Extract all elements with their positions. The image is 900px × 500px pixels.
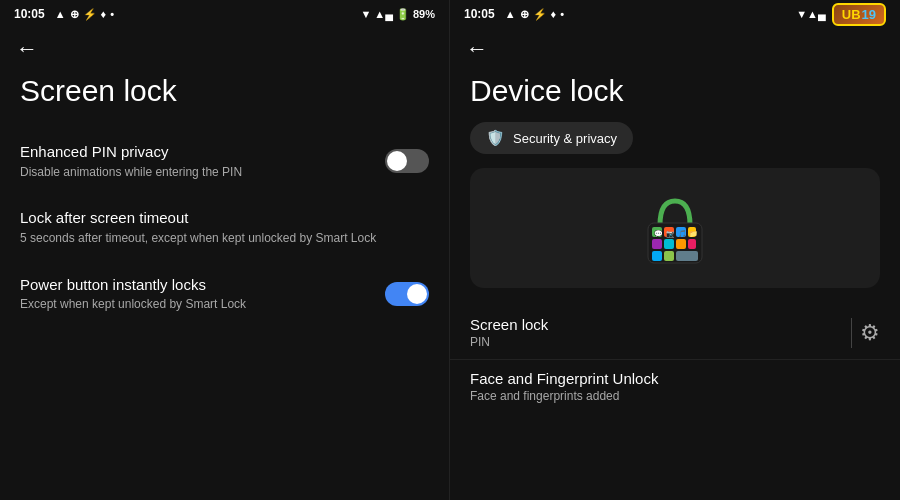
right-status-bar: 10:05 ▲ ⊕ ⚡ ♦ • ▼▲▄ UB19	[450, 0, 900, 28]
right-signal: ▼▲▄	[796, 8, 826, 20]
enhanced-pin-title: Enhanced PIN privacy	[20, 142, 373, 162]
right-panel: 10:05 ▲ ⊕ ⚡ ♦ • ▼▲▄ UB19 ← Device lock 🛡…	[450, 0, 900, 500]
right-status-left: 10:05 ▲ ⊕ ⚡ ♦ •	[464, 7, 564, 21]
power-button-text: Power button instantly locks Except when…	[20, 275, 373, 313]
shield-icon: 🛡️	[486, 129, 505, 147]
svg-rect-11	[676, 251, 698, 261]
right-wifi-icon: ⊕	[520, 8, 529, 21]
gear-icon[interactable]: ⚙	[860, 320, 880, 346]
left-bolt-icon: ⚡	[83, 8, 97, 21]
left-status-right: ▼ ▲▄ 🔋 89%	[360, 8, 435, 21]
power-button-item[interactable]: Power button instantly locks Except when…	[0, 261, 449, 327]
left-wifi-icon: ⊕	[70, 8, 79, 21]
lock-timeout-text: Lock after screen timeout 5 seconds afte…	[20, 208, 429, 246]
face-fingerprint-text: Face and Fingerprint Unlock Face and fin…	[470, 370, 880, 403]
screen-lock-row[interactable]: Screen lock PIN ⚙	[450, 306, 900, 359]
left-location-icon: ♦	[101, 8, 107, 20]
one9-text: 19	[862, 7, 876, 22]
enhanced-pin-toggle-knob	[387, 151, 407, 171]
vertical-divider	[851, 318, 852, 348]
left-back-button[interactable]: ←	[0, 28, 449, 66]
screen-lock-text: Screen lock PIN	[470, 316, 843, 349]
svg-text:📷: 📷	[666, 229, 675, 238]
settings-list: Enhanced PIN privacy Disable animations …	[0, 128, 449, 500]
enhanced-pin-text: Enhanced PIN privacy Disable animations …	[20, 142, 373, 180]
enhanced-pin-toggle[interactable]	[385, 149, 429, 173]
lock-timeout-subtitle: 5 seconds after timeout, except when kep…	[20, 230, 429, 247]
right-back-arrow: ←	[466, 36, 488, 61]
screen-lock-actions: ⚙	[843, 318, 880, 348]
security-privacy-label: Security & privacy	[513, 131, 617, 146]
left-status-bar: 10:05 ▲ ⊕ ⚡ ♦ • ▼ ▲▄ 🔋 89%	[0, 0, 449, 28]
left-battery-pct: 89%	[413, 8, 435, 20]
svg-rect-6	[664, 239, 674, 249]
right-bolt-icon: ⚡	[533, 8, 547, 21]
right-warn-icon: ▲	[505, 8, 516, 20]
left-status-left: 10:05 ▲ ⊕ ⚡ ♦ •	[14, 7, 114, 21]
face-fingerprint-label: Face and Fingerprint Unlock	[470, 370, 880, 387]
right-location-icon: ♦	[551, 8, 557, 20]
left-time: 10:05	[14, 7, 45, 21]
device-lock-title: Device lock	[450, 66, 900, 122]
right-time: 10:05	[464, 7, 495, 21]
screen-lock-value: PIN	[470, 335, 843, 349]
lock-svg-illustration: 💬 📷 🎵 📁	[630, 183, 720, 273]
lock-timeout-title: Lock after screen timeout	[20, 208, 429, 228]
svg-text:📁: 📁	[689, 229, 698, 238]
power-button-toggle-knob	[407, 284, 427, 304]
left-dot-icon: •	[110, 8, 114, 20]
left-page-title: Screen lock	[0, 66, 449, 128]
svg-rect-9	[652, 251, 662, 261]
left-warn-icon: ▲	[55, 8, 66, 20]
svg-text:💬: 💬	[654, 229, 663, 238]
power-button-title: Power button instantly locks	[20, 275, 373, 295]
svg-rect-7	[676, 239, 686, 249]
left-battery-icon: 🔋	[396, 8, 410, 21]
left-signal-icon: ▼	[360, 8, 371, 20]
lock-illustration-card: 💬 📷 🎵 📁	[470, 168, 880, 288]
svg-rect-5	[652, 239, 662, 249]
left-network-icon: ▲▄	[374, 8, 393, 20]
face-fingerprint-row[interactable]: Face and Fingerprint Unlock Face and fin…	[450, 359, 900, 413]
right-dot-icon: •	[560, 8, 564, 20]
ub19-badge: UB19	[832, 3, 886, 26]
screen-lock-label: Screen lock	[470, 316, 843, 333]
left-panel: 10:05 ▲ ⊕ ⚡ ♦ • ▼ ▲▄ 🔋 89% ← Screen lock…	[0, 0, 450, 500]
svg-text:🎵: 🎵	[678, 229, 687, 238]
left-back-arrow: ←	[16, 36, 38, 61]
right-status-right: ▼▲▄ UB19	[796, 3, 886, 26]
svg-rect-8	[688, 239, 696, 249]
enhanced-pin-item[interactable]: Enhanced PIN privacy Disable animations …	[0, 128, 449, 194]
security-privacy-pill[interactable]: 🛡️ Security & privacy	[470, 122, 633, 154]
face-fingerprint-subtitle: Face and fingerprints added	[470, 389, 880, 403]
lock-timeout-item[interactable]: Lock after screen timeout 5 seconds afte…	[0, 194, 449, 260]
svg-rect-10	[664, 251, 674, 261]
power-button-subtitle: Except when kept unlocked by Smart Lock	[20, 296, 373, 313]
power-button-toggle[interactable]	[385, 282, 429, 306]
enhanced-pin-subtitle: Disable animations while entering the PI…	[20, 164, 373, 181]
ub-text: UB	[842, 7, 861, 22]
right-back-button[interactable]: ←	[450, 28, 900, 66]
